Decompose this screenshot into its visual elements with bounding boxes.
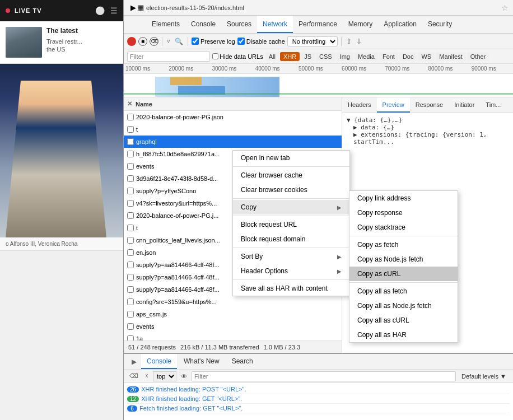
console-stop-btn[interactable]: ☓	[143, 371, 151, 381]
tab-preview[interactable]: Preview	[377, 97, 410, 113]
tab-performance[interactable]: Performance	[293, 16, 343, 33]
submenu-copy-fetch[interactable]: Copy as fetch	[349, 237, 458, 252]
menu-icon[interactable]: ☰	[110, 6, 118, 15]
clear-button[interactable]: ⌫	[150, 37, 158, 46]
filter-icon[interactable]: ▿	[166, 36, 171, 46]
tab-elements[interactable]: Elements	[146, 16, 185, 33]
inspect-icon[interactable]: ▶	[130, 3, 136, 12]
console-tab-icon-left[interactable]: ▶	[128, 354, 140, 369]
filter-media-btn[interactable]: Media	[355, 52, 378, 61]
author-text: o Alfonso III, Veronica Rocha	[6, 241, 77, 247]
submenu-copy-nodejs-fetch[interactable]: Copy as Node.js fetch	[349, 252, 458, 267]
tab-security[interactable]: Security	[422, 16, 458, 33]
request-item[interactable]: 1a	[124, 333, 342, 340]
ctx-copy[interactable]: Copy ▶	[233, 200, 349, 214]
request-list-header: ✕ Name	[124, 97, 342, 111]
filter-manifest-btn[interactable]: Manifest	[436, 52, 466, 61]
tab-network[interactable]: Network	[257, 16, 293, 33]
request-item[interactable]: events	[124, 320, 342, 333]
ctx-block-domain[interactable]: Block request domain	[233, 232, 349, 246]
tab-timing[interactable]: Tim...	[480, 97, 506, 113]
submenu-copy-response[interactable]: Copy response	[349, 206, 458, 220]
network-toolbar: ■ ⌫ ▿ 🔍 Preserve log Disable cache No th…	[124, 34, 513, 49]
request-item[interactable]: aps_csm.js	[124, 308, 342, 320]
sub-sep-2	[349, 282, 458, 283]
filter-font-btn[interactable]: Font	[379, 52, 398, 61]
ctx-clear-cache[interactable]: Clear browser cache	[233, 168, 349, 183]
filter-ws-btn[interactable]: WS	[418, 52, 435, 61]
tab-console-bottom[interactable]: Console	[141, 354, 177, 369]
submenu-copy-all-har[interactable]: Copy all as HAR	[349, 328, 458, 342]
live-tv-label: LIVE TV	[15, 7, 42, 14]
devtools-titlebar: ▶ ▦ election-results-11-05-20/index.html…	[124, 0, 513, 16]
disable-cache-checkbox[interactable]: Disable cache	[237, 38, 285, 45]
tab-memory[interactable]: Memory	[343, 16, 378, 33]
article-text: The latest Travel restr...the US	[46, 27, 82, 58]
tab-search[interactable]: Search	[226, 354, 259, 369]
ctx-clear-cookies[interactable]: Clear browser cookies	[233, 183, 349, 197]
device-icon[interactable]: ▦	[137, 3, 144, 12]
tick-1: 20000 ms	[167, 66, 210, 72]
eye-icon[interactable]: 👁	[179, 372, 189, 381]
stop-button[interactable]: ■	[138, 37, 147, 46]
author-bar: o Alfonso III, Veronica Rocha	[0, 237, 123, 251]
preserve-log-checkbox[interactable]: Preserve log	[192, 38, 235, 45]
tick-2: 30000 ms	[210, 66, 253, 72]
console-badge-1: 26	[127, 386, 139, 393]
copy-submenu: Copy link address Copy response Copy sta…	[349, 190, 458, 343]
timeline-ruler: 10000 ms 20000 ms 30000 ms 40000 ms 5000…	[124, 64, 513, 74]
tab-application[interactable]: Application	[378, 16, 422, 33]
submenu-copy-link[interactable]: Copy link address	[349, 191, 458, 206]
filter-css-btn[interactable]: CSS	[316, 52, 335, 61]
tab-console[interactable]: Console	[185, 16, 221, 33]
close-detail-icon[interactable]: ✕	[127, 100, 132, 108]
request-count: 51 / 248 requests	[128, 344, 176, 351]
filter-input[interactable]	[127, 52, 210, 62]
request-item[interactable]: t	[124, 123, 342, 136]
submenu-copy-all-fetch[interactable]: Copy all as fetch	[349, 284, 458, 298]
filter-type-buttons: All XHR JS CSS Img Media Font Doc WS Man…	[265, 52, 489, 61]
ctx-sort-by[interactable]: Sort By ▶	[233, 249, 349, 264]
submenu-copy-all-curl[interactable]: Copy all as cURL	[349, 313, 458, 328]
submenu-copy-all-nodejs[interactable]: Copy all as Node.js fetch	[349, 298, 458, 313]
filter-xhr-btn[interactable]: XHR	[280, 52, 300, 61]
filter-js-btn[interactable]: JS	[301, 52, 315, 61]
console-filter-input[interactable]	[192, 371, 456, 381]
star-icon[interactable]: ☆	[501, 3, 509, 12]
submenu-copy-stacktrace[interactable]: Copy stacktrace	[349, 220, 458, 235]
browser-content: LIVE TV ⚪ ☰ The latest Travel restr...th…	[0, 0, 123, 420]
filter-img-btn[interactable]: Img	[337, 52, 353, 61]
filter-doc-btn[interactable]: Doc	[399, 52, 417, 61]
tab-whats-new[interactable]: What's New	[178, 354, 225, 369]
tick-7: 80000 ms	[427, 66, 470, 72]
filter-all-btn[interactable]: All	[265, 52, 279, 61]
search-icon[interactable]: 🔍	[174, 36, 184, 46]
submenu-copy-curl[interactable]: Copy as cURL	[349, 267, 458, 281]
console-levels-btn[interactable]: Default levels ▼	[458, 372, 510, 381]
console-clear-btn[interactable]: ⌫	[127, 371, 141, 381]
console-log-2: 12 XHR finished loading: GET "<URL>".	[127, 394, 510, 404]
ctx-open-new-tab[interactable]: Open in new tab	[233, 151, 349, 165]
throttle-select[interactable]: No throttling	[287, 36, 338, 46]
total-size: 1.0 MB / 23.3	[264, 344, 300, 351]
import-icon[interactable]: ⇧	[345, 36, 353, 46]
ctx-block-url[interactable]: Block request URL	[233, 217, 349, 232]
request-item-selected[interactable]: graphql	[124, 136, 342, 148]
export-icon[interactable]: ⇩	[355, 36, 363, 46]
tab-headers[interactable]: Headers	[342, 97, 377, 113]
ctx-header-options[interactable]: Header Options ▶	[233, 264, 349, 278]
request-item[interactable]: 2020-balance-of-power-PG.json	[124, 111, 342, 123]
hide-data-urls-checkbox[interactable]: Hide data URLs	[212, 53, 263, 60]
ctx-save-har[interactable]: Save all as HAR with content	[233, 281, 349, 296]
article-title: The latest	[46, 27, 82, 36]
filter-other-btn[interactable]: Other	[467, 52, 489, 61]
request-item[interactable]: config?src=3159&u=https%...	[124, 296, 342, 308]
tab-sources[interactable]: Sources	[221, 16, 257, 33]
console-content: 26 XHR finished loading: POST "<URL>". 1…	[124, 383, 513, 420]
record-button[interactable]	[127, 37, 136, 46]
tab-response[interactable]: Response	[410, 97, 449, 113]
tab-initiator[interactable]: Initiator	[449, 97, 480, 113]
user-icon[interactable]: ⚪	[95, 6, 105, 15]
trump-figure	[6, 81, 106, 237]
console-context-select[interactable]: top	[153, 371, 176, 381]
